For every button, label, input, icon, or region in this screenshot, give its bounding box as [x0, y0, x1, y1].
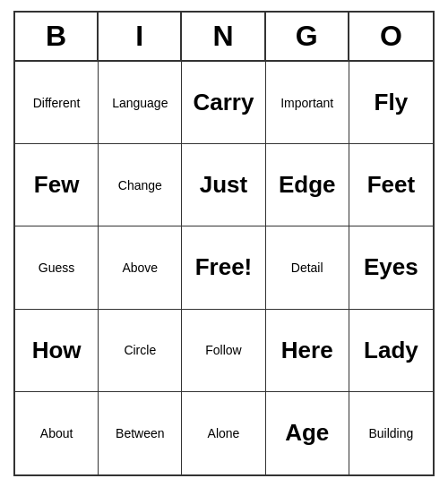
header-letter: O [349, 13, 433, 60]
bingo-cell: Important [266, 62, 349, 144]
cell-text: Carry [194, 89, 254, 116]
cell-text: Just [200, 171, 247, 199]
cell-text: Building [368, 426, 413, 440]
bingo-cell: Circle [99, 310, 182, 392]
bingo-cell: Alone [182, 392, 265, 474]
cell-text: Between [116, 426, 164, 440]
cell-text: Above [122, 261, 158, 275]
cell-text: Here [281, 337, 333, 364]
bingo-cell: Edge [266, 144, 349, 226]
bingo-cell: Above [99, 226, 182, 309]
bingo-cell: Lady [349, 310, 433, 392]
bingo-cell: Different [15, 62, 99, 144]
bingo-cell: Change [99, 144, 182, 226]
bingo-header: BINGO [15, 13, 433, 62]
bingo-card: BINGO DifferentLanguageCarryImportantFly… [13, 11, 435, 476]
bingo-cell: Fly [349, 62, 433, 144]
cell-text: About [40, 426, 73, 440]
bingo-cell: Guess [15, 226, 99, 309]
header-letter: G [266, 13, 349, 60]
cell-text: Detail [291, 261, 323, 275]
cell-text: Edge [279, 171, 336, 199]
cell-text: Few [34, 171, 80, 199]
cell-text: Fly [375, 89, 409, 116]
cell-text: Eyes [364, 253, 418, 281]
bingo-cell: Few [15, 144, 99, 226]
bingo-cell: Between [99, 392, 182, 474]
bingo-cell: Language [99, 62, 182, 144]
bingo-cell: Free! [182, 226, 265, 309]
bingo-cell: Age [266, 392, 349, 474]
header-letter: B [15, 13, 99, 60]
bingo-cell: Carry [182, 62, 265, 144]
cell-text: Free! [195, 253, 253, 281]
cell-text: Lady [364, 337, 418, 364]
header-letter: I [99, 13, 182, 60]
bingo-cell: Detail [266, 226, 349, 309]
cell-text: How [32, 337, 82, 364]
bingo-cell: Just [182, 144, 265, 226]
cell-text: Circle [124, 343, 156, 357]
bingo-cell: Feet [349, 144, 433, 226]
cell-text: Guess [39, 261, 74, 275]
bingo-cell: Here [266, 310, 349, 392]
cell-text: Age [285, 419, 329, 447]
bingo-cell: Follow [182, 310, 265, 392]
cell-text: Alone [208, 426, 240, 440]
header-letter: N [182, 13, 265, 60]
bingo-cell: Building [349, 392, 433, 474]
cell-text: Language [112, 96, 168, 110]
bingo-cell: Eyes [349, 226, 433, 309]
cell-text: Feet [367, 171, 415, 199]
bingo-cell: How [15, 310, 99, 392]
cell-text: Important [280, 96, 333, 110]
cell-text: Different [33, 96, 81, 110]
cell-text: Follow [205, 343, 241, 357]
bingo-grid: DifferentLanguageCarryImportantFlyFewCha… [15, 62, 433, 474]
cell-text: Change [118, 178, 162, 192]
bingo-cell: About [15, 392, 99, 474]
